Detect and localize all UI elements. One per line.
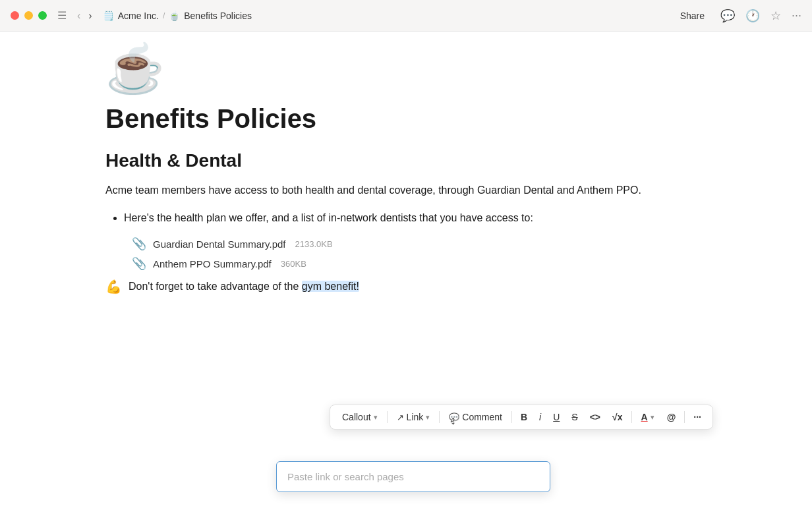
page-icon: ☕ — [105, 45, 707, 92]
star-icon[interactable]: ☆ — [770, 9, 781, 23]
section-title-health: Health & Dental — [105, 150, 707, 171]
toolbar-separator-3 — [511, 411, 512, 423]
titlebar-actions: Share 💬 🕐 ☆ ··· — [675, 8, 801, 24]
link-button[interactable]: ↗ Link ▾ — [392, 409, 436, 425]
close-button[interactable] — [11, 11, 19, 20]
share-button[interactable]: Share — [675, 8, 710, 24]
callout-label: Callout — [342, 412, 371, 422]
attachment-icon-2: 📎 — [132, 256, 146, 271]
file-size-1: 2133.0KB — [295, 239, 332, 249]
bold-button[interactable]: B — [516, 409, 532, 425]
breadcrumb-separator: / — [163, 11, 165, 20]
breadcrumb-workspace[interactable]: 🗒️ Acme Inc. — [103, 11, 159, 21]
breadcrumb-page[interactable]: 🍵 Benefits Policies — [169, 11, 252, 21]
comment-icon[interactable]: 💬 — [720, 9, 735, 23]
attachment-icon-1: 📎 — [132, 237, 146, 251]
color-chevron-icon: ▾ — [651, 413, 654, 422]
callout-emoji: 💪 — [105, 279, 122, 295]
callout-text: Don't forget to take advantage of the gy… — [129, 281, 359, 293]
callout-text-highlighted: gym benefit! — [302, 281, 359, 292]
at-button[interactable]: @ — [662, 409, 681, 425]
file-attachment-2[interactable]: 📎 Anthem PPO Summary.pdf 360KB — [132, 256, 707, 271]
breadcrumb: 🗒️ Acme Inc. / 🍵 Benefits Policies — [103, 11, 675, 21]
page-icon-breadcrumb: 🍵 — [169, 11, 180, 21]
underline-button[interactable]: U — [548, 409, 564, 425]
link-search-input[interactable] — [277, 462, 550, 492]
toolbar-separator-5 — [684, 411, 685, 423]
toolbar-separator-2 — [439, 411, 440, 423]
comment-bubble-icon: 💬 — [449, 412, 459, 422]
back-arrow[interactable]: ‹ — [74, 9, 83, 23]
workspace-icon: 🗒️ — [103, 11, 114, 21]
minimize-button[interactable] — [24, 11, 33, 20]
section-body: Acme team members have access to both he… — [105, 182, 707, 199]
nav-arrows: ‹ › — [74, 9, 95, 23]
formatting-toolbar: Callout ▾ ↗ Link ▾ 💬 Comment B i U S <> … — [330, 405, 713, 430]
math-button[interactable]: √x — [608, 409, 627, 425]
page-title: Benefits Policies — [105, 103, 707, 134]
color-label: A — [641, 412, 648, 422]
bullet-list: Here's the health plan we offer, and a l… — [105, 210, 707, 227]
callout-item: 💪 Don't forget to take advantage of the … — [105, 279, 707, 295]
main-content: ☕ Benefits Policies Health & Dental Acme… — [0, 32, 812, 506]
traffic-lights — [11, 11, 47, 20]
more-options-icon[interactable]: ··· — [792, 9, 801, 22]
comment-button[interactable]: 💬 Comment — [444, 409, 508, 425]
link-popover — [276, 461, 550, 492]
code-button[interactable]: <> — [585, 409, 605, 425]
more-button[interactable]: ··· — [689, 409, 706, 425]
callout-text-before: Don't forget to take advantage of the — [129, 281, 302, 292]
toolbar-separator-4 — [631, 411, 632, 423]
maximize-button[interactable] — [38, 11, 47, 20]
callout-chevron-icon: ▾ — [374, 413, 378, 422]
file-size-2: 360KB — [281, 259, 306, 269]
toolbar-separator-1 — [387, 411, 388, 423]
hamburger-icon[interactable]: ☰ — [57, 9, 67, 22]
forward-arrow[interactable]: › — [86, 9, 94, 23]
color-button[interactable]: A ▾ — [636, 409, 660, 425]
list-item: Here's the health plan we offer, and a l… — [124, 210, 707, 227]
comment-label: Comment — [462, 412, 502, 422]
workspace-name: Acme Inc. — [118, 11, 159, 21]
page-name-breadcrumb: Benefits Policies — [184, 11, 252, 21]
title-bar: ☰ ‹ › 🗒️ Acme Inc. / 🍵 Benefits Policies… — [0, 0, 812, 32]
link-arrow-icon: ↗ — [397, 412, 404, 422]
strikethrough-button[interactable]: S — [567, 409, 582, 425]
callout-button[interactable]: Callout ▾ — [337, 409, 383, 425]
file-name-1: Guardian Dental Summary.pdf — [153, 239, 285, 250]
file-name-2: Anthem PPO Summary.pdf — [153, 258, 272, 269]
history-icon[interactable]: 🕐 — [745, 9, 760, 23]
link-label: Link — [407, 412, 424, 422]
italic-button[interactable]: i — [535, 409, 546, 425]
link-chevron-icon: ▾ — [426, 413, 430, 422]
file-attachment-1[interactable]: 📎 Guardian Dental Summary.pdf 2133.0KB — [132, 237, 707, 251]
